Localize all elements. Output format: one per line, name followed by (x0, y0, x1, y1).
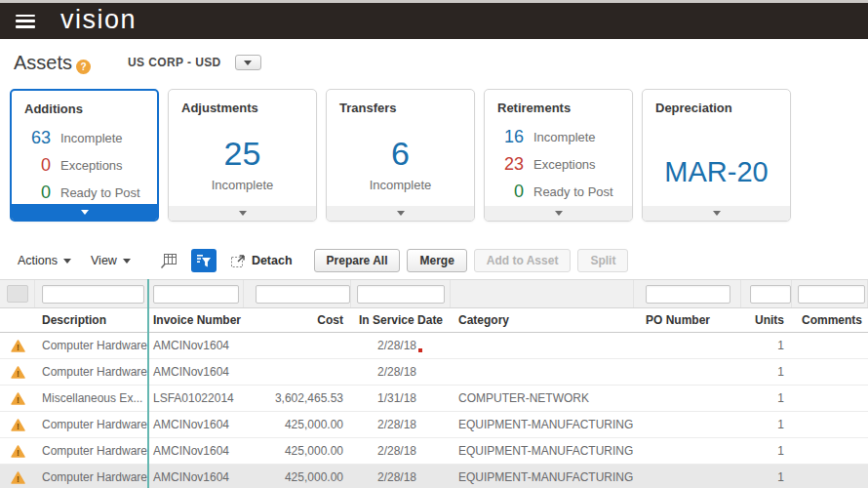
column-header-cost[interactable]: Cost (244, 308, 351, 332)
stat-label: Exceptions (533, 157, 596, 172)
filter-cell-invoice (149, 280, 244, 307)
cell-units: 1 (741, 438, 792, 464)
cell-category: EQUIPMENT-MANUFACTURING (451, 465, 634, 488)
svg-text:!: ! (17, 369, 20, 379)
table-filter-row (0, 279, 868, 308)
infolet-depreciation[interactable]: DepreciationMAR-20 (642, 89, 791, 222)
warning-triangle-icon: ! (11, 419, 25, 431)
infolet-adjustments[interactable]: Adjustments25Incomplete (168, 89, 317, 222)
table-row[interactable]: !Computer HardwareAMCINov1604425,000.002… (0, 465, 868, 488)
infolet-count: 25 (169, 135, 316, 173)
cell-invoice: AMCINov1604 (149, 465, 244, 488)
stat-label: Ready to Post (533, 184, 613, 199)
infolet-row: Additions63Incomplete0Exceptions0Ready t… (10, 89, 868, 222)
warning-triangle-icon: ! (11, 392, 25, 405)
column-header-comments[interactable]: Comments (792, 308, 868, 332)
prepare-all-button[interactable]: Prepare All (314, 249, 401, 272)
cell-comments (792, 438, 868, 464)
cell-po (634, 386, 741, 411)
cell-comments (792, 359, 868, 385)
brand-logo: vision (60, 5, 137, 35)
filter-cell-cost (244, 280, 351, 307)
column-header-po[interactable]: PO Number (634, 308, 741, 332)
page-title: Assets (14, 52, 72, 74)
cell-invoice: AMCINov1604 (149, 438, 244, 464)
merge-button[interactable]: Merge (407, 249, 466, 272)
filter-cost-input[interactable] (256, 285, 350, 304)
filter-cell-category (451, 280, 634, 307)
chevron-down-icon (239, 211, 247, 216)
view-menu[interactable]: View (91, 254, 131, 267)
infolet-period: MAR-20 (643, 156, 790, 188)
chevron-down-icon (713, 211, 721, 216)
column-header-units[interactable]: Units (741, 308, 792, 332)
column-header-date[interactable]: In Service Date (351, 308, 451, 332)
help-icon[interactable]: ? (76, 60, 91, 74)
infolet-expander[interactable] (643, 206, 790, 221)
cell-po (634, 465, 741, 488)
cell-comments (792, 412, 868, 437)
cell-po (634, 412, 741, 437)
cell-description: Miscellaneous Ex... (35, 386, 149, 411)
cell-po (634, 359, 741, 385)
cell-cost: 425,000.00 (244, 465, 351, 488)
app-window: vision Assets ? US CORP - USD Additions6… (0, 0, 868, 488)
additions-table: DescriptionInvoice NumberCostIn Service … (0, 279, 868, 488)
infolet-stat-row: 0Exceptions (12, 151, 157, 179)
detach-window-icon (230, 254, 246, 268)
cell-category: EQUIPMENT-MANUFACTURING (451, 438, 634, 464)
filter-date-input[interactable] (357, 285, 445, 304)
cell-date: 2/28/18 (351, 333, 451, 358)
table-row[interactable]: !Miscellaneous Ex...LSFA010220143,602,46… (0, 386, 868, 412)
infolet-expander[interactable] (12, 204, 157, 220)
split-button: Split (577, 249, 628, 272)
chevron-down-icon (63, 259, 71, 264)
column-header-invoice[interactable]: Invoice Number (149, 308, 244, 332)
table-row[interactable]: !Computer HardwareAMCINov16042/28/181 (0, 333, 868, 359)
filter-units-input[interactable] (750, 285, 791, 304)
cell-invoice: AMCINov1604 (149, 333, 244, 358)
ledger-dropdown-button[interactable] (235, 55, 261, 70)
freeze-icon[interactable] (160, 253, 178, 269)
column-header-description[interactable]: Description (35, 308, 149, 332)
filter-invoice-input[interactable] (153, 285, 239, 304)
cell-comments (792, 333, 868, 358)
infolet-additions[interactable]: Additions63Incomplete0Exceptions0Ready t… (10, 89, 159, 222)
table-row[interactable]: !Computer HardwareAMCINov1604425,000.002… (0, 412, 868, 438)
chevron-down-icon (244, 61, 252, 65)
ledger-label: US CORP - USD (128, 56, 221, 69)
cell-date: 2/28/18 (351, 465, 451, 488)
cell-icon: ! (0, 465, 35, 488)
column-header-category[interactable]: Category (451, 308, 634, 332)
actions-menu[interactable]: Actions (18, 254, 71, 267)
infolet-transfers[interactable]: Transfers6Incomplete (326, 89, 475, 222)
cell-description: Computer Hardware (35, 465, 149, 488)
table-row[interactable]: !Computer HardwareAMCINov1604425,000.002… (0, 438, 868, 465)
detach-button[interactable]: Detach (230, 254, 293, 268)
infolet-expander[interactable] (327, 206, 474, 221)
chevron-down-icon (555, 211, 563, 216)
cell-category (451, 359, 634, 385)
filter-description-input[interactable] (42, 285, 144, 304)
filter-comments-input[interactable] (798, 285, 865, 304)
cell-invoice: LSFA01022014 (149, 386, 244, 411)
filter-po-input[interactable] (646, 285, 730, 304)
svg-text:!: ! (17, 474, 20, 484)
infolet-count: 6 (327, 135, 474, 173)
query-by-example-icon[interactable] (191, 249, 217, 272)
stat-value: 0 (12, 155, 51, 176)
cell-po (634, 438, 741, 464)
cell-date: 2/28/18 (351, 438, 451, 464)
table-row[interactable]: !Computer HardwareAMCINov16042/28/181 (0, 359, 868, 386)
infolet-expander[interactable] (169, 206, 316, 221)
cell-date: 2/28/18 (351, 359, 451, 385)
error-marker (418, 348, 422, 352)
infolet-stats: 63Incomplete0Exceptions0Ready to Post (12, 124, 157, 206)
filter-cell-units (741, 280, 792, 307)
infolet-retirements[interactable]: Retirements16Incomplete23Exceptions0Read… (484, 89, 633, 222)
infolet-expander[interactable] (485, 206, 632, 221)
cell-po (634, 333, 741, 358)
stat-label: Incomplete (533, 130, 596, 144)
cell-icon: ! (0, 438, 35, 464)
navigation-menu-icon[interactable] (16, 15, 35, 28)
